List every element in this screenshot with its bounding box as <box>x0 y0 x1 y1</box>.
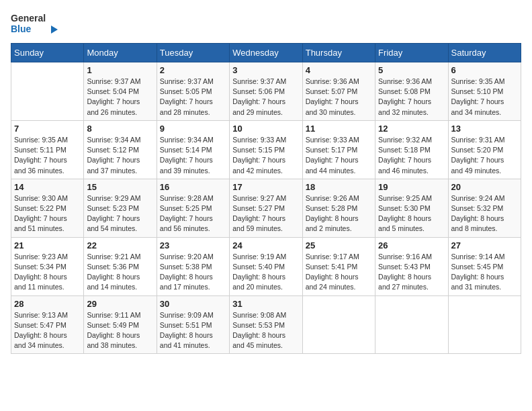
calendar-cell: 22Sunrise: 9:21 AM Sunset: 5:36 PM Dayli… <box>84 237 157 295</box>
day-info: Sunrise: 9:34 AM Sunset: 5:12 PM Dayligh… <box>87 135 153 176</box>
page-header: GeneralBlue <box>11 11 521 38</box>
calendar-cell: 9Sunrise: 9:34 AM Sunset: 5:14 PM Daylig… <box>157 120 229 179</box>
day-number: 8 <box>87 124 153 134</box>
calendar-cell: 4Sunrise: 9:36 AM Sunset: 5:07 PM Daylig… <box>302 62 375 121</box>
calendar-cell: 7Sunrise: 9:35 AM Sunset: 5:11 PM Daylig… <box>11 120 84 179</box>
calendar-cell: 1Sunrise: 9:37 AM Sunset: 5:04 PM Daylig… <box>84 62 157 121</box>
day-info: Sunrise: 9:14 AM Sunset: 5:45 PM Dayligh… <box>451 252 518 293</box>
day-number: 10 <box>232 124 299 134</box>
day-info: Sunrise: 9:11 AM Sunset: 5:49 PM Dayligh… <box>87 310 153 351</box>
calendar-cell: 24Sunrise: 9:19 AM Sunset: 5:40 PM Dayli… <box>230 237 302 295</box>
column-header-wednesday: Wednesday <box>230 44 302 62</box>
calendar-cell: 18Sunrise: 9:26 AM Sunset: 5:28 PM Dayli… <box>302 179 375 237</box>
column-header-friday: Friday <box>375 44 448 62</box>
day-number: 22 <box>87 240 153 250</box>
day-number: 4 <box>306 65 372 75</box>
day-number: 9 <box>160 124 226 134</box>
day-info: Sunrise: 9:13 AM Sunset: 5:47 PM Dayligh… <box>14 310 81 351</box>
day-number: 12 <box>378 124 445 134</box>
day-number: 14 <box>14 182 81 192</box>
day-info: Sunrise: 9:21 AM Sunset: 5:36 PM Dayligh… <box>87 252 153 293</box>
day-info: Sunrise: 9:23 AM Sunset: 5:34 PM Dayligh… <box>14 252 81 293</box>
calendar-cell: 30Sunrise: 9:09 AM Sunset: 5:51 PM Dayli… <box>157 295 229 354</box>
calendar-cell: 6Sunrise: 9:35 AM Sunset: 5:10 PM Daylig… <box>448 62 521 121</box>
calendar-cell: 20Sunrise: 9:24 AM Sunset: 5:32 PM Dayli… <box>448 179 521 237</box>
day-info: Sunrise: 9:16 AM Sunset: 5:43 PM Dayligh… <box>378 252 445 293</box>
day-info: Sunrise: 9:25 AM Sunset: 5:30 PM Dayligh… <box>378 193 445 234</box>
day-info: Sunrise: 9:35 AM Sunset: 5:10 PM Dayligh… <box>451 77 518 118</box>
day-number: 23 <box>160 240 226 250</box>
day-number: 1 <box>87 65 153 75</box>
day-info: Sunrise: 9:35 AM Sunset: 5:11 PM Dayligh… <box>14 135 81 176</box>
day-info: Sunrise: 9:34 AM Sunset: 5:14 PM Dayligh… <box>160 135 226 176</box>
day-number: 26 <box>378 240 445 250</box>
calendar-cell <box>448 295 521 354</box>
calendar-cell: 19Sunrise: 9:25 AM Sunset: 5:30 PM Dayli… <box>375 179 448 237</box>
day-info: Sunrise: 9:37 AM Sunset: 5:04 PM Dayligh… <box>87 77 153 118</box>
day-number: 25 <box>306 240 372 250</box>
calendar-cell: 21Sunrise: 9:23 AM Sunset: 5:34 PM Dayli… <box>11 237 84 295</box>
calendar-body: 1Sunrise: 9:37 AM Sunset: 5:04 PM Daylig… <box>11 62 521 354</box>
day-info: Sunrise: 9:33 AM Sunset: 5:17 PM Dayligh… <box>306 135 372 176</box>
day-info: Sunrise: 9:27 AM Sunset: 5:27 PM Dayligh… <box>232 193 299 234</box>
day-number: 21 <box>14 240 81 250</box>
column-header-monday: Monday <box>84 44 157 62</box>
calendar-cell: 25Sunrise: 9:17 AM Sunset: 5:41 PM Dayli… <box>302 237 375 295</box>
day-number: 2 <box>160 65 226 75</box>
calendar-header: SundayMondayTuesdayWednesdayThursdayFrid… <box>11 44 521 62</box>
calendar-week-4: 21Sunrise: 9:23 AM Sunset: 5:34 PM Dayli… <box>11 237 521 295</box>
day-number: 18 <box>306 182 372 192</box>
calendar-cell: 8Sunrise: 9:34 AM Sunset: 5:12 PM Daylig… <box>84 120 157 179</box>
calendar-cell: 5Sunrise: 9:36 AM Sunset: 5:08 PM Daylig… <box>375 62 448 121</box>
day-number: 17 <box>232 182 299 192</box>
logo: GeneralBlue <box>11 11 64 38</box>
day-info: Sunrise: 9:37 AM Sunset: 5:06 PM Dayligh… <box>232 77 299 118</box>
calendar-cell: 12Sunrise: 9:32 AM Sunset: 5:18 PM Dayli… <box>375 120 448 179</box>
day-info: Sunrise: 9:29 AM Sunset: 5:23 PM Dayligh… <box>87 193 153 234</box>
calendar-cell: 17Sunrise: 9:27 AM Sunset: 5:27 PM Dayli… <box>230 179 302 237</box>
day-number: 13 <box>451 124 518 134</box>
calendar-week-5: 28Sunrise: 9:13 AM Sunset: 5:47 PM Dayli… <box>11 295 521 354</box>
calendar-cell: 3Sunrise: 9:37 AM Sunset: 5:06 PM Daylig… <box>230 62 302 121</box>
calendar-cell: 27Sunrise: 9:14 AM Sunset: 5:45 PM Dayli… <box>448 237 521 295</box>
day-number: 30 <box>160 299 226 309</box>
svg-text:Blue: Blue <box>11 24 32 34</box>
day-number: 3 <box>232 65 299 75</box>
day-info: Sunrise: 9:20 AM Sunset: 5:38 PM Dayligh… <box>160 252 226 293</box>
day-number: 6 <box>451 65 518 75</box>
day-number: 7 <box>14 124 81 134</box>
calendar-table: SundayMondayTuesdayWednesdayThursdayFrid… <box>11 43 521 354</box>
calendar-cell <box>375 295 448 354</box>
day-number: 24 <box>232 240 299 250</box>
calendar-week-3: 14Sunrise: 9:30 AM Sunset: 5:22 PM Dayli… <box>11 179 521 237</box>
calendar-cell <box>302 295 375 354</box>
column-header-thursday: Thursday <box>302 44 375 62</box>
day-info: Sunrise: 9:37 AM Sunset: 5:05 PM Dayligh… <box>160 77 226 118</box>
day-number: 31 <box>232 299 299 309</box>
day-info: Sunrise: 9:17 AM Sunset: 5:41 PM Dayligh… <box>306 252 372 293</box>
column-header-sunday: Sunday <box>11 44 84 62</box>
day-info: Sunrise: 9:36 AM Sunset: 5:07 PM Dayligh… <box>306 77 372 118</box>
calendar-cell: 10Sunrise: 9:33 AM Sunset: 5:15 PM Dayli… <box>230 120 302 179</box>
day-info: Sunrise: 9:31 AM Sunset: 5:20 PM Dayligh… <box>451 135 518 176</box>
day-number: 20 <box>451 182 518 192</box>
column-header-tuesday: Tuesday <box>157 44 229 62</box>
calendar-cell: 15Sunrise: 9:29 AM Sunset: 5:23 PM Dayli… <box>84 179 157 237</box>
calendar-cell: 29Sunrise: 9:11 AM Sunset: 5:49 PM Dayli… <box>84 295 157 354</box>
svg-marker-2 <box>51 26 58 34</box>
day-number: 19 <box>378 182 445 192</box>
calendar-cell: 28Sunrise: 9:13 AM Sunset: 5:47 PM Dayli… <box>11 295 84 354</box>
day-info: Sunrise: 9:28 AM Sunset: 5:25 PM Dayligh… <box>160 193 226 234</box>
calendar-cell: 31Sunrise: 9:08 AM Sunset: 5:53 PM Dayli… <box>230 295 302 354</box>
day-number: 29 <box>87 299 153 309</box>
day-number: 16 <box>160 182 226 192</box>
day-number: 15 <box>87 182 153 192</box>
day-info: Sunrise: 9:09 AM Sunset: 5:51 PM Dayligh… <box>160 310 226 351</box>
calendar-cell: 16Sunrise: 9:28 AM Sunset: 5:25 PM Dayli… <box>157 179 229 237</box>
header-row: SundayMondayTuesdayWednesdayThursdayFrid… <box>11 44 521 62</box>
day-info: Sunrise: 9:30 AM Sunset: 5:22 PM Dayligh… <box>14 193 81 234</box>
day-info: Sunrise: 9:24 AM Sunset: 5:32 PM Dayligh… <box>451 193 518 234</box>
day-number: 5 <box>378 65 445 75</box>
svg-text:General: General <box>11 13 46 24</box>
day-number: 11 <box>306 124 372 134</box>
